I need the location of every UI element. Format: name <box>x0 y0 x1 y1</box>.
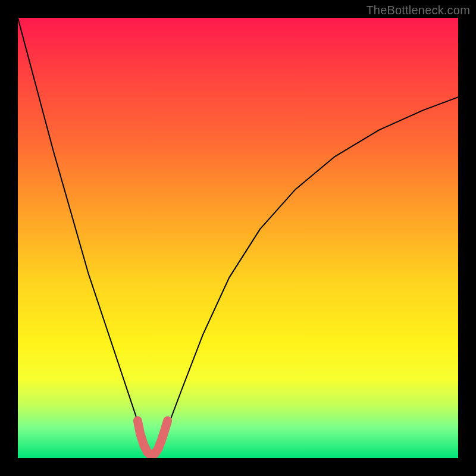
highlight-valley <box>137 421 167 455</box>
chart-frame: TheBottleneck.com <box>0 0 476 476</box>
bottleneck-curve <box>18 18 458 456</box>
plot-area <box>18 18 458 458</box>
watermark-text: TheBottleneck.com <box>366 4 470 17</box>
bottleneck-curve-svg <box>18 18 458 458</box>
